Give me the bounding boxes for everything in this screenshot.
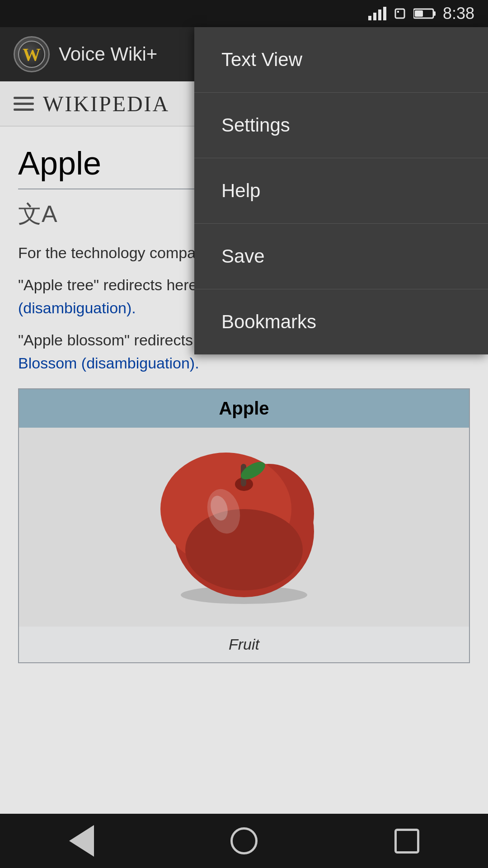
menu-item-text-view[interactable]: Text View [194,27,488,93]
menu-item-help[interactable]: Help [194,158,488,224]
menu-item-settings[interactable]: Settings [194,93,488,158]
dropdown-menu: Text View Settings Help Save Bookmarks [194,27,488,354]
menu-item-bookmarks[interactable]: Bookmarks [194,289,488,354]
menu-item-save[interactable]: Save [194,224,488,289]
